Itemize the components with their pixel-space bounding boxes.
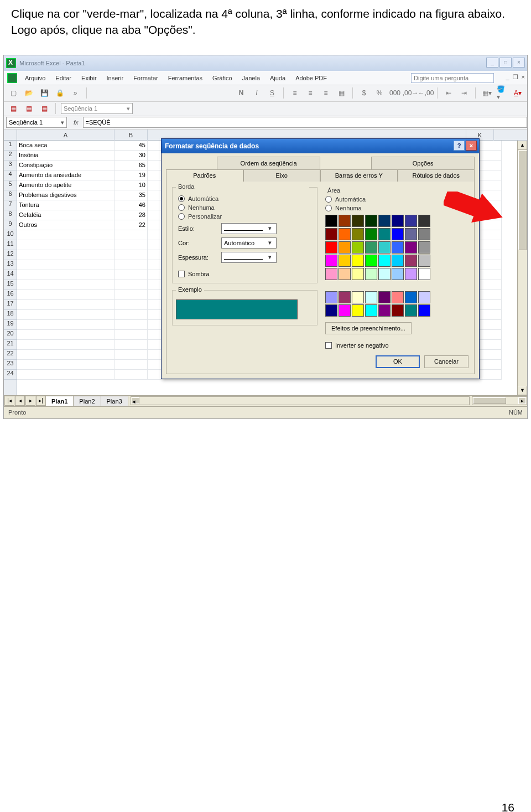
row-header[interactable]: 2 bbox=[4, 151, 17, 161]
save-icon[interactable]: 💾 bbox=[38, 87, 50, 99]
cell[interactable] bbox=[17, 320, 114, 330]
color-swatch[interactable] bbox=[378, 304, 391, 317]
sheet-tab-plan3[interactable]: Plan3 bbox=[101, 396, 128, 406]
row-header[interactable]: 9 bbox=[4, 220, 17, 230]
cell[interactable]: Cefaléia bbox=[17, 210, 114, 220]
cell[interactable] bbox=[17, 340, 114, 350]
col-header-a[interactable]: A bbox=[17, 130, 114, 141]
fill-effects-button[interactable]: Efeitos de preenchimento... bbox=[325, 322, 412, 334]
color-swatch[interactable] bbox=[365, 304, 377, 317]
scroll-up-icon[interactable]: ▲ bbox=[518, 141, 527, 150]
menu-editar[interactable]: Editar bbox=[51, 74, 76, 82]
color-swatch[interactable] bbox=[352, 241, 364, 254]
border-auto-radio[interactable]: Automática bbox=[178, 195, 311, 202]
cell[interactable] bbox=[17, 280, 114, 290]
menu-ferramentas[interactable]: Ferramentas bbox=[164, 74, 207, 82]
color-swatch[interactable] bbox=[392, 291, 404, 303]
color-swatch[interactable] bbox=[339, 255, 351, 267]
menu-inserir[interactable]: Inserir bbox=[102, 74, 128, 82]
dialog-close-button[interactable]: × bbox=[466, 141, 477, 151]
tab-eixo[interactable]: Eixo bbox=[243, 169, 321, 182]
cell[interactable]: Constipação bbox=[17, 161, 114, 170]
cell[interactable]: 65 bbox=[114, 161, 148, 170]
merge-icon[interactable]: ▦ bbox=[335, 87, 347, 99]
decrease-indent-icon[interactable]: ⇤ bbox=[442, 87, 455, 99]
weight-combo[interactable]: ▾ bbox=[221, 252, 277, 263]
color-swatch[interactable] bbox=[392, 304, 404, 317]
color-swatch[interactable] bbox=[418, 255, 430, 267]
color-swatch[interactable] bbox=[405, 228, 417, 240]
cell[interactable] bbox=[114, 240, 148, 250]
align-left-icon[interactable]: ≡ bbox=[289, 87, 301, 99]
increase-decimal-icon[interactable]: ,00→ bbox=[404, 87, 417, 99]
color-swatch[interactable] bbox=[392, 268, 404, 280]
row-header[interactable]: 22 bbox=[4, 350, 17, 360]
cell[interactable]: 28 bbox=[114, 210, 148, 220]
cell[interactable]: 10 bbox=[114, 180, 148, 190]
color-swatch[interactable] bbox=[352, 215, 364, 227]
permission-icon[interactable]: 🔒 bbox=[54, 87, 66, 99]
maximize-button[interactable]: □ bbox=[499, 58, 512, 68]
tab-barras-erros-y[interactable]: Barras de erros Y bbox=[320, 169, 398, 182]
row-header[interactable]: 12 bbox=[4, 250, 17, 260]
cell[interactable] bbox=[17, 370, 114, 380]
color-swatch[interactable] bbox=[365, 228, 377, 240]
menu-adobe-pdf[interactable]: Adobe PDF bbox=[291, 74, 331, 82]
tab-padroes[interactable]: Padrões bbox=[166, 169, 243, 182]
color-swatch[interactable] bbox=[365, 215, 377, 227]
doc-close-button[interactable]: × bbox=[522, 74, 525, 81]
cancel-button[interactable]: Cancelar bbox=[424, 355, 468, 368]
align-right-icon[interactable]: ≡ bbox=[320, 87, 332, 99]
color-swatch[interactable] bbox=[405, 215, 417, 227]
chart-object-dropdown[interactable]: Seqüência 1▾ bbox=[61, 103, 133, 114]
shadow-checkbox[interactable]: Sombra bbox=[178, 271, 311, 277]
cell[interactable]: Insônia bbox=[17, 151, 114, 161]
color-swatch[interactable] bbox=[339, 215, 351, 227]
new-icon[interactable]: ▢ bbox=[7, 87, 19, 99]
hscroll-thumb[interactable] bbox=[473, 397, 506, 404]
horizontal-scrollbar-left[interactable]: ◂ bbox=[131, 396, 470, 405]
row-header[interactable]: 21 bbox=[4, 340, 17, 350]
tab-nav-last[interactable]: ▸| bbox=[36, 396, 46, 406]
invert-negative-checkbox[interactable]: Inverter se negativo bbox=[325, 342, 468, 349]
menu-ajuda[interactable]: Ajuda bbox=[266, 74, 290, 82]
cell[interactable] bbox=[114, 340, 148, 350]
style-combo[interactable]: ▾ bbox=[221, 223, 277, 234]
row-header[interactable]: 5 bbox=[4, 180, 17, 190]
color-swatch[interactable] bbox=[352, 255, 364, 267]
dialog-help-button[interactable]: ? bbox=[454, 141, 465, 151]
tab-nav-prev[interactable]: ◂ bbox=[15, 396, 25, 406]
cell[interactable] bbox=[114, 280, 148, 290]
row-header[interactable]: 7 bbox=[4, 200, 17, 210]
cell[interactable]: Aumento do apetite bbox=[17, 180, 114, 190]
cell[interactable] bbox=[114, 250, 148, 260]
row-header[interactable]: 16 bbox=[4, 290, 17, 300]
underline-icon[interactable]: S bbox=[266, 87, 278, 99]
color-swatch[interactable] bbox=[405, 268, 417, 280]
color-swatch[interactable] bbox=[418, 215, 430, 227]
align-center-icon[interactable]: ≡ bbox=[304, 87, 316, 99]
percent-icon[interactable]: % bbox=[373, 87, 386, 99]
row-header[interactable]: 3 bbox=[4, 161, 17, 170]
tab-nav-first[interactable]: |◂ bbox=[4, 396, 14, 406]
color-swatch[interactable] bbox=[378, 241, 391, 254]
color-swatch[interactable] bbox=[352, 268, 364, 280]
cell[interactable] bbox=[114, 260, 148, 270]
color-swatch[interactable] bbox=[418, 291, 430, 303]
row-header[interactable]: 1 bbox=[4, 141, 17, 151]
cell[interactable]: 30 bbox=[114, 151, 148, 161]
cell[interactable] bbox=[17, 360, 114, 370]
cell[interactable] bbox=[114, 300, 148, 310]
color-swatch[interactable] bbox=[325, 304, 337, 317]
area-auto-radio[interactable]: Automática bbox=[325, 196, 468, 203]
row-header[interactable]: 20 bbox=[4, 330, 17, 340]
tab-nav-next[interactable]: ▸ bbox=[25, 396, 35, 406]
italic-icon[interactable]: I bbox=[251, 87, 263, 99]
color-swatch[interactable] bbox=[325, 241, 337, 254]
cell[interactable]: Outros bbox=[17, 220, 114, 230]
close-button[interactable]: × bbox=[513, 58, 525, 68]
cell[interactable] bbox=[114, 290, 148, 300]
color-swatch[interactable] bbox=[418, 241, 430, 254]
horizontal-scrollbar-right[interactable]: ▸ bbox=[472, 396, 527, 405]
doc-minimize-button[interactable]: _ bbox=[506, 74, 509, 81]
